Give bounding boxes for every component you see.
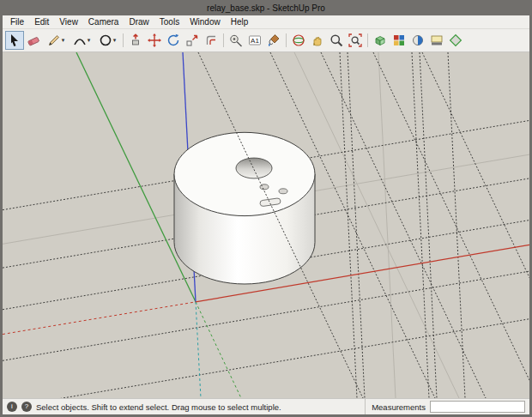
eraser-icon xyxy=(27,33,40,47)
offset-icon xyxy=(204,33,218,47)
model-cylinder[interactable] xyxy=(174,132,315,284)
materials-icon xyxy=(392,33,406,47)
3d-viewport[interactable] xyxy=(3,52,529,398)
styles-button[interactable] xyxy=(408,31,427,50)
zoom-extents-button[interactable] xyxy=(346,31,365,50)
measurements-area: Measurements xyxy=(365,399,525,414)
arc-icon xyxy=(73,33,87,47)
app-window: relay_base.skp - SketchUp Pro FileEditVi… xyxy=(0,0,532,417)
eraser-button[interactable] xyxy=(24,31,43,50)
small-hole-2[interactable] xyxy=(279,189,287,194)
dropdown-caret-icon[interactable]: ▾ xyxy=(62,37,65,44)
dropdown-caret-icon[interactable]: ▾ xyxy=(88,37,91,44)
toolbar-separator xyxy=(365,32,371,49)
menu-file[interactable]: File xyxy=(5,16,29,27)
orbit-icon xyxy=(292,33,305,47)
scale-button[interactable] xyxy=(183,31,202,50)
help-icon[interactable]: ? xyxy=(21,402,32,412)
paint-bucket-button[interactable] xyxy=(264,31,283,50)
section-icon xyxy=(449,33,462,47)
toolbar-separator xyxy=(283,32,289,49)
zoom-icon xyxy=(329,33,343,47)
materials-button[interactable] xyxy=(390,31,408,50)
info-icon[interactable]: i xyxy=(7,402,17,412)
pencil-icon xyxy=(47,33,61,47)
rotate-button[interactable] xyxy=(164,31,183,50)
orbit-button[interactable] xyxy=(289,31,308,50)
status-bar: i ? Select objects. Shift to extend sele… xyxy=(3,398,529,414)
shadows-button[interactable] xyxy=(427,31,446,50)
pan-button[interactable] xyxy=(308,31,327,50)
zoom-button[interactable] xyxy=(327,31,346,50)
line-button[interactable]: ▾ xyxy=(43,31,69,50)
window-title: relay_base.skp - SketchUp Pro xyxy=(207,3,325,13)
status-hint: Select objects. Shift to extend select. … xyxy=(36,402,281,412)
menu-edit[interactable]: Edit xyxy=(29,16,54,27)
toolbar-separator xyxy=(221,32,227,49)
cylinder-top-hole[interactable] xyxy=(236,158,272,178)
title-bar[interactable]: relay_base.skp - SketchUp Pro xyxy=(3,0,529,15)
make-component-button[interactable] xyxy=(371,31,390,50)
dropdown-caret-icon[interactable]: ▾ xyxy=(113,37,117,44)
text-button[interactable] xyxy=(245,31,264,50)
menu-view[interactable]: View xyxy=(54,16,83,27)
menu-camera[interactable]: Camera xyxy=(83,16,124,27)
scale-icon xyxy=(185,33,199,47)
toolbar-separator xyxy=(120,32,126,49)
push-pull-button[interactable] xyxy=(126,31,145,50)
tape-icon xyxy=(229,33,243,47)
pan-icon xyxy=(311,33,324,47)
circle-icon xyxy=(99,33,112,47)
app-frame: FileEditViewCameraDrawToolsWindowHelp ▾▾… xyxy=(3,15,529,414)
paint-icon xyxy=(267,33,281,47)
menu-help[interactable]: Help xyxy=(226,16,254,27)
menu-window[interactable]: Window xyxy=(184,16,226,27)
viewport-panel xyxy=(3,52,529,398)
rotate-icon xyxy=(166,33,180,47)
styles-icon xyxy=(411,33,425,47)
section-plane-button[interactable] xyxy=(446,31,465,50)
arc-button[interactable]: ▾ xyxy=(69,31,94,50)
tape-measure-button[interactable] xyxy=(227,31,245,50)
shadows-icon xyxy=(430,33,444,47)
measurements-label: Measurements xyxy=(372,402,426,412)
toolbar: ▾▾▾ xyxy=(3,29,529,52)
cursor-icon xyxy=(8,33,21,47)
component-icon xyxy=(373,33,387,47)
move-icon xyxy=(148,33,161,47)
menu-bar: FileEditViewCameraDrawToolsWindowHelp xyxy=(3,15,529,29)
text-icon xyxy=(248,33,262,47)
move-button[interactable] xyxy=(145,31,164,50)
shapes-button[interactable]: ▾ xyxy=(94,31,120,50)
zoomext-icon xyxy=(348,33,362,47)
menu-draw[interactable]: Draw xyxy=(124,16,154,27)
select-button[interactable] xyxy=(5,31,24,50)
pushpull-icon xyxy=(129,33,142,47)
menu-tools[interactable]: Tools xyxy=(154,16,184,27)
measurements-input[interactable] xyxy=(430,401,525,413)
offset-button[interactable] xyxy=(202,31,221,50)
